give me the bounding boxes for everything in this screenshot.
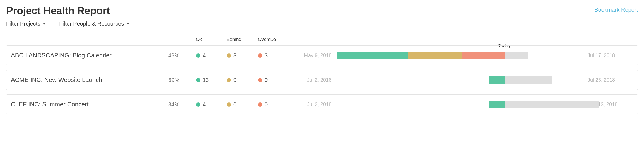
- timeline-bar: [337, 52, 582, 59]
- timeline-bar: [337, 101, 582, 108]
- ok-count: 13: [196, 77, 227, 83]
- project-name: ABC LANDSCAPING: Blog Calender: [11, 52, 168, 59]
- overdue-count: 0: [258, 77, 290, 83]
- overdue-count: 3: [258, 52, 290, 59]
- start-date: May 9, 2018: [290, 53, 337, 58]
- behind-count: 3: [227, 52, 258, 59]
- bar-segment-overdue: [462, 52, 505, 59]
- today-line: [505, 45, 505, 66]
- column-header-ok: Ok: [196, 37, 202, 43]
- start-date: Jul 2, 2018: [290, 77, 337, 83]
- project-percent: 69%: [168, 77, 196, 83]
- bookmark-report-link[interactable]: Bookmark Report: [594, 7, 638, 13]
- bar-segment-behind: [408, 52, 462, 59]
- overdue-count: 0: [258, 101, 290, 108]
- project-row[interactable]: ACME INC: New Website Launch 69% 13 0 0 …: [6, 70, 638, 90]
- project-row[interactable]: CLEF INC: Summer Concert 34% 4 0 0 Jul 2…: [6, 94, 638, 114]
- overdue-dot-icon: [258, 53, 262, 58]
- start-date: Jul 2, 2018: [290, 102, 337, 107]
- ok-dot-icon: [196, 102, 200, 107]
- end-date: Jul 26, 2018: [582, 77, 635, 83]
- timeline-bar: [337, 76, 582, 84]
- bar-segment-remaining: [505, 101, 599, 108]
- today-line: [505, 94, 505, 115]
- filter-projects-dropdown[interactable]: Filter Projects ▼: [6, 21, 46, 27]
- filter-projects-label: Filter Projects: [6, 21, 40, 27]
- project-percent: 34%: [168, 101, 196, 108]
- behind-dot-icon: [227, 102, 231, 107]
- ok-dot-icon: [196, 53, 200, 58]
- bar-segment-ok: [489, 101, 505, 108]
- today-line: [505, 70, 505, 90]
- caret-down-icon: ▼: [42, 22, 46, 26]
- project-row[interactable]: ABC LANDSCAPING: Blog Calender 49% 4 3 3…: [6, 45, 638, 65]
- filter-people-dropdown[interactable]: Filter People & Resources ▼: [59, 21, 129, 27]
- filter-people-label: Filter People & Resources: [59, 21, 124, 27]
- project-name: CLEF INC: Summer Concert: [11, 101, 168, 108]
- caret-down-icon: ▼: [126, 22, 129, 26]
- column-header-row: Ok Behind Overdue Today: [6, 37, 638, 45]
- overdue-dot-icon: [258, 78, 262, 82]
- page-title: Project Health Report: [6, 5, 110, 17]
- bar-segment-ok: [489, 76, 505, 84]
- bar-segment-remaining: [505, 52, 528, 59]
- bar-segment-remaining: [505, 76, 553, 84]
- column-header-behind: Behind: [227, 37, 241, 43]
- column-header-overdue: Overdue: [258, 37, 276, 43]
- ok-count: 4: [196, 52, 227, 59]
- behind-count: 0: [227, 77, 258, 83]
- ok-count: 4: [196, 101, 227, 108]
- overdue-dot-icon: [258, 102, 262, 107]
- end-date: Jul 17, 2018: [582, 53, 635, 58]
- behind-dot-icon: [227, 53, 231, 58]
- behind-dot-icon: [227, 78, 231, 82]
- project-percent: 49%: [168, 52, 196, 59]
- behind-count: 0: [227, 101, 258, 108]
- project-name: ACME INC: New Website Launch: [11, 76, 168, 84]
- ok-dot-icon: [196, 78, 200, 82]
- bar-segment-ok: [337, 52, 408, 59]
